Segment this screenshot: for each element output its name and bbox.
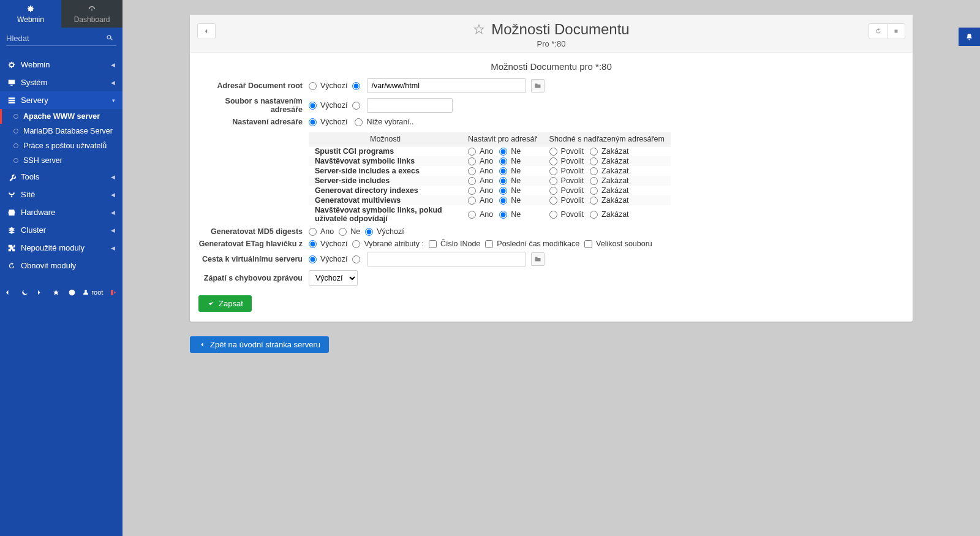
sidebar-item-mail[interactable]: Práce s poštou uživatelů — [0, 138, 123, 153]
cfgfile-custom-radio[interactable] — [352, 102, 362, 110]
opt-povolit-radio[interactable]: Povolit — [549, 186, 584, 195]
opt-ne-radio[interactable]: Ne — [499, 186, 521, 195]
opt-zakazat-radio[interactable]: Zakázat — [590, 147, 628, 156]
opt-povolit-radio[interactable]: Povolit — [549, 196, 584, 205]
favorite-star-icon[interactable] — [473, 23, 485, 36]
sidebar-item-hardware[interactable]: Hardware ◀ — [0, 203, 123, 221]
sidebar-item-mariadb[interactable]: MariaDB Database Server — [0, 124, 123, 138]
cfgfile-input[interactable] — [367, 98, 453, 113]
docroot-default-radio[interactable]: Výchozí — [309, 81, 347, 90]
search-input[interactable] — [6, 31, 116, 46]
docroot-browse-button[interactable] — [531, 79, 545, 92]
sidebar-item-unused[interactable]: Nepoužité moduly ◀ — [0, 239, 123, 257]
sidebar-item-system[interactable]: Systém ◀ — [0, 74, 123, 91]
opt-zakazat-radio[interactable]: Zakázat — [590, 186, 628, 195]
md5-default-radio[interactable]: Výchozí — [365, 227, 404, 236]
sidebar-item-webmin[interactable]: Webmin ◀ — [0, 56, 123, 74]
cfgfile-default-radio[interactable]: Výchozí — [309, 101, 347, 110]
opt-ano-radio[interactable]: Ano — [468, 157, 493, 165]
save-button[interactable]: Zapsat — [198, 295, 252, 312]
chevron-left-icon: ◀ — [111, 62, 115, 68]
md5-ano-radio[interactable]: Ano — [309, 227, 334, 236]
opt-ne-radio[interactable]: Ne — [499, 147, 521, 156]
opt-zakazat-radio[interactable]: Zakázat — [590, 157, 628, 165]
stop-button[interactable] — [887, 23, 905, 39]
opt-zakazat-radio[interactable]: Zakázat — [590, 196, 628, 205]
virtpath-browse-button[interactable] — [531, 252, 545, 266]
etag-selected-radio[interactable]: Vybrané atributy : — [352, 240, 424, 248]
opt-povolit-radio[interactable]: Povolit — [549, 147, 584, 156]
nav-label: Nepoužité moduly — [21, 243, 85, 252]
nav-label: Webmin — [21, 60, 50, 69]
logout-button[interactable] — [108, 287, 119, 298]
row-cfgfile: Soubor s nastavením adresáře Výchozí — [198, 95, 904, 116]
opt-ne-radio[interactable]: Ne — [499, 167, 521, 175]
opt-zakazat-radio[interactable]: Zakázat — [590, 167, 628, 175]
back-to-list-button[interactable]: Zpět na úvodní stránka serveru — [190, 336, 329, 353]
opt-zakazat-radio[interactable]: Zakázat — [590, 176, 628, 185]
sidebar-item-apache[interactable]: Apache WWW server — [0, 109, 123, 124]
nav-label: Tools — [21, 172, 39, 181]
opt-ano-radio[interactable]: Ano — [468, 167, 493, 175]
opt-ano-radio[interactable]: Ano — [468, 196, 493, 205]
chevron-left-icon: ◀ — [111, 174, 115, 180]
sidebar-item-ssh[interactable]: SSH server — [0, 153, 123, 168]
diropts-below-radio[interactable]: Níže vybraní.. — [355, 118, 413, 126]
panel-header: Možnosti Documentu Pro *:80 — [190, 15, 913, 53]
etag-default-radio[interactable]: Výchozí — [309, 240, 347, 248]
back-button[interactable] — [197, 23, 216, 39]
diropts-default-radio[interactable]: Výchozí — [309, 118, 347, 126]
footer-select[interactable]: Výchozí — [309, 270, 358, 286]
sidebar-search — [0, 28, 123, 50]
docroot-custom-radio[interactable] — [352, 82, 362, 90]
notifications-button[interactable] — [959, 28, 980, 46]
nav-label: Hardware — [21, 208, 55, 217]
label-diropts: Nastavení adresáře — [198, 118, 309, 126]
dark-mode-button[interactable] — [20, 287, 31, 298]
sidebar-item-tools[interactable]: Tools ◀ — [0, 168, 123, 186]
md5-ne-radio[interactable]: Ne — [339, 227, 360, 236]
opt-ano-radio[interactable]: Ano — [468, 176, 493, 185]
opt-ne-radio[interactable]: Ne — [499, 176, 521, 185]
help-button[interactable] — [67, 287, 78, 298]
opt-zakazat-radio[interactable]: Zakázat — [590, 210, 628, 219]
table-row: Spustit CGI programsAnoNePovolitZakázat — [309, 146, 671, 157]
opt-povolit-radio[interactable]: Povolit — [549, 176, 584, 185]
star-button[interactable] — [51, 287, 62, 298]
chevron-left-icon: ◀ — [111, 245, 115, 251]
terminal-button[interactable] — [35, 287, 46, 298]
sidebar-item-refresh[interactable]: Obnovit moduly — [0, 257, 123, 274]
opt-povolit-radio[interactable]: Povolit — [549, 210, 584, 219]
tab-dashboard[interactable]: Dashboard — [61, 0, 123, 28]
virtpath-input[interactable] — [367, 252, 526, 266]
row-docroot: Adresář Document root Výchozí — [198, 77, 904, 95]
bottom-toolbar: root — [0, 282, 123, 303]
etag-inode-check[interactable]: Číslo INode — [429, 240, 480, 248]
etag-size-check[interactable]: Velikost souboru — [584, 240, 652, 248]
virtpath-custom-radio[interactable] — [352, 255, 362, 263]
user-button[interactable]: root — [82, 287, 103, 298]
etag-mtime-check[interactable]: Poslední čas modifikace — [485, 240, 579, 248]
collapse-button[interactable] — [4, 287, 15, 298]
opt-ne-radio[interactable]: Ne — [499, 196, 521, 205]
sidebar-item-site[interactable]: Sítě ◀ — [0, 186, 123, 203]
options-table: Možnosti Nastavit pro adresář Shodné s n… — [309, 132, 671, 224]
terminal-icon — [37, 289, 45, 296]
sidebar-item-cluster[interactable]: Cluster ◀ — [0, 221, 123, 239]
opt-name: Generovat directory indexes — [309, 186, 462, 195]
opt-povolit-radio[interactable]: Povolit — [549, 157, 584, 165]
sidebar-item-servery[interactable]: Servery ▾ — [0, 91, 123, 109]
user-icon — [82, 289, 89, 296]
opt-povolit-radio[interactable]: Povolit — [549, 167, 584, 175]
row-diropts: Nastavení adresáře Výchozí Níže vybraní.… — [198, 116, 904, 225]
opt-ne-radio[interactable]: Ne — [499, 210, 521, 219]
opt-ne-radio[interactable]: Ne — [499, 157, 521, 165]
reload-button[interactable] — [869, 23, 887, 39]
docroot-input[interactable] — [367, 78, 526, 93]
opt-ano-radio[interactable]: Ano — [468, 186, 493, 195]
virtpath-default-radio[interactable]: Výchozí — [309, 255, 347, 263]
opt-ano-radio[interactable]: Ano — [468, 147, 493, 156]
row-virtpath: Cesta k virtuálnímu serveru Výchozí — [198, 250, 904, 268]
opt-ano-radio[interactable]: Ano — [468, 210, 493, 219]
tab-webmin[interactable]: Webmin — [0, 0, 61, 28]
